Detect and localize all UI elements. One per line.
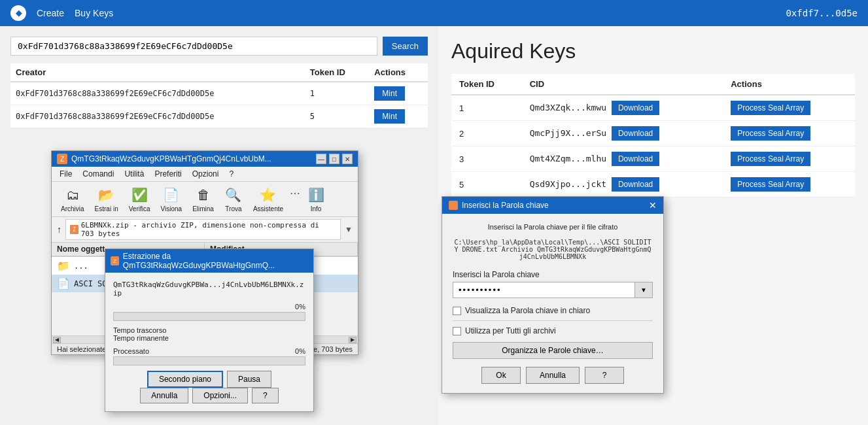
fm-menu-help[interactable]: ? <box>226 168 236 180</box>
assistant-icon: ⭐ <box>259 186 277 204</box>
fm-menu-preferiti[interactable]: Preferiti <box>152 168 184 180</box>
extraction-title: Estrazione da QmTG3tRkaqWzGduvgKPBWaHtgG… <box>123 252 308 270</box>
delete-icon: 🗑 <box>194 186 213 204</box>
info-icon: ℹ️ <box>307 186 325 204</box>
download-button-2[interactable]: Download <box>612 126 659 141</box>
process-seal-array-button-1[interactable]: Process Seal Array <box>731 101 810 115</box>
mint-button-2[interactable]: Mint <box>374 109 405 124</box>
help-button[interactable]: ? <box>252 388 279 403</box>
logo-icon: ◆ <box>16 8 22 18</box>
fm-close-button[interactable]: ✕ <box>342 154 353 164</box>
cid-text: Qmt4XZqm...mlhu <box>530 154 606 163</box>
action-cell: Mint <box>369 82 428 105</box>
pwd-ok-button[interactable]: Ok <box>481 367 521 384</box>
fm-tool-assistente[interactable]: ⭐ Assistente <box>249 184 287 214</box>
topbar-left: ◆ Create Buy Keys <box>10 5 113 21</box>
process-seal-array-button-2[interactable]: Process Seal Array <box>731 126 810 141</box>
extract-icon: 📂 <box>97 186 116 204</box>
pwd-field-label: Inserisci la Parola chiave <box>453 270 653 279</box>
extraction-filename: QmTG3tRkaqWzGduvgKPBWa...j4CnLvbUbM6LBMN… <box>113 280 305 298</box>
process-seal-array-button-3[interactable]: Process Seal Array <box>731 152 810 166</box>
download-button-4[interactable]: Download <box>612 177 659 192</box>
archive-icon: 🗂 <box>63 186 82 204</box>
fm-tool-verifica[interactable]: ✅ Verifica <box>125 184 154 214</box>
fm-navba: ↑ Z 6LBMNXk.zip - archivio ZIP, dimensio… <box>52 217 358 243</box>
table-row: 0xFdF701d3768c88a338699f2E69eCF6c7dDd00D… <box>10 82 428 105</box>
scroll-left-button[interactable]: ◀ <box>53 337 61 343</box>
fm-menubar: File Comandi Utilità Preferiti Opzioni ? <box>52 167 358 182</box>
fm-tool-elimina[interactable]: 🗑 Elimina <box>188 184 218 214</box>
fm-more-tools[interactable]: ⋯ <box>290 187 300 199</box>
fm-menu-comandi[interactable]: Comandi <box>80 168 116 180</box>
search-input[interactable] <box>10 37 377 56</box>
fm-tool-visiona[interactable]: 📄 Visiona <box>157 184 186 214</box>
fm-nav-up-button[interactable]: ↑ <box>57 224 61 235</box>
table-row: 5 Qsd9Xjpo...jckt Download Process Seal … <box>451 172 855 197</box>
cid-cell: QmcPjj9X...erSu Download <box>522 121 723 146</box>
zip-file-icon: Z <box>70 225 78 234</box>
cid-text: Qsd9Xjpo...jckt <box>530 179 606 189</box>
extraction-titlebar: Z Estrazione da QmTG3tRkaqWzGduvgKPBWaHt… <box>105 249 313 273</box>
password-dialog: Inserisci la Parola chiave ✕ Inserisci l… <box>442 196 664 394</box>
fm-tool-archivia[interactable]: 🗂 Archivia <box>57 184 88 214</box>
fm-tool-label: Visiona <box>161 205 182 212</box>
pwd-filepath: C:\Users\hp_la\AppData\Local\Temp\...\AS… <box>453 239 653 260</box>
left-panel: Search Creator Token ID Actions 0xFdF701… <box>0 26 438 425</box>
fm-menu-file[interactable]: File <box>57 168 75 180</box>
fm-titlebar-left: Z QmTG3tRkaqWzGduvgKPBWaHTgGnmQj4CnLvbUb… <box>57 154 271 164</box>
extraction-percent-value: 0% <box>295 303 305 311</box>
pwd-dropdown-button[interactable]: ▼ <box>635 282 653 298</box>
search-button[interactable]: Search <box>383 37 428 56</box>
fm-tool-info[interactable]: ℹ️ Info <box>303 184 329 214</box>
fm-tool-label: Trova <box>225 205 241 212</box>
fm-nav-dropdown-icon[interactable]: ▼ <box>345 225 353 234</box>
table-row: 1 Qmd3XZqk...kmwu Download Process Seal … <box>451 95 855 121</box>
cancel-button[interactable]: Annulla <box>140 388 188 403</box>
fm-minimize-button[interactable]: — <box>316 154 326 164</box>
options-button[interactable]: Opzioni... <box>192 388 248 403</box>
buy-keys-link[interactable]: Buy Keys <box>75 8 113 18</box>
wallet-address: 0xfdf7...0d5e <box>786 8 858 18</box>
download-button-1[interactable]: Download <box>612 101 659 115</box>
col-cid: CID <box>522 74 723 95</box>
background-button[interactable]: Secondo piano <box>147 371 223 388</box>
app-logo: ◆ <box>10 5 26 21</box>
col-actions: Actions <box>723 74 855 95</box>
fm-maximize-button[interactable]: □ <box>329 154 339 164</box>
find-icon: 🔍 <box>224 186 243 204</box>
pwd-divider <box>453 320 653 321</box>
fm-tool-estrai[interactable]: 📂 Estrai in <box>91 184 122 214</box>
creator-cell: 0xFdF701d3768c88a338699f2E69eCF6c7dDd00D… <box>10 82 305 105</box>
extraction-dialog: Z Estrazione da QmTG3tRkaqWzGduvgKPBWaHt… <box>105 248 314 412</box>
use-all-checkbox[interactable] <box>453 327 461 335</box>
token-id-cell: 2 <box>451 121 522 146</box>
creator-cell: 0xFdF701d3768c88a338699f2E69eCF6c7dDd00D… <box>10 105 305 128</box>
pwd-input-row: ▼ <box>453 282 653 298</box>
process-seal-array-button-4[interactable]: Process Seal Array <box>731 177 810 192</box>
mint-button-1[interactable]: Mint <box>374 86 405 101</box>
fm-toolbar: 🗂 Archivia 📂 Estrai in ✅ Verifica 📄 Visi… <box>52 182 358 217</box>
fm-menu-utilita[interactable]: Utilità <box>122 168 147 180</box>
pwd-close-button[interactable]: ✕ <box>649 200 657 211</box>
cid-cell: Qmt4XZqm...mlhu Download <box>522 146 723 172</box>
fm-tool-trova[interactable]: 🔍 Trova <box>220 184 247 214</box>
verify-icon: ✅ <box>130 186 148 204</box>
scroll-right-button[interactable]: ▶ <box>349 337 356 343</box>
pause-button[interactable]: Pausa <box>227 371 271 388</box>
show-password-checkbox[interactable] <box>453 307 461 315</box>
password-input[interactable] <box>453 282 635 298</box>
pwd-titlebar: Inserisci la Parola chiave ✕ <box>442 197 663 214</box>
keys-table: Creator Token ID Actions 0xFdF701d3768c8… <box>10 63 428 128</box>
table-row: 2 QmcPjj9X...erSu Download Process Seal … <box>451 121 855 146</box>
extraction-progress-bar <box>113 312 305 321</box>
fm-tool-label: Estrai in <box>95 205 118 212</box>
extraction-processed-bar <box>113 356 305 366</box>
pwd-help-button[interactable]: ? <box>585 367 624 384</box>
download-button-3[interactable]: Download <box>612 152 659 166</box>
pwd-cancel-button[interactable]: Annulla <box>526 367 580 384</box>
create-link[interactable]: Create <box>37 8 64 18</box>
fm-menu-opzioni[interactable]: Opzioni <box>190 168 222 180</box>
pwd-use-all-checkbox-row: Utilizza per Tutti gli archivi <box>453 326 653 335</box>
main-layout: Search Creator Token ID Actions 0xFdF701… <box>0 26 868 425</box>
organize-keys-button[interactable]: Organizza le Parole chiave… <box>453 342 653 359</box>
